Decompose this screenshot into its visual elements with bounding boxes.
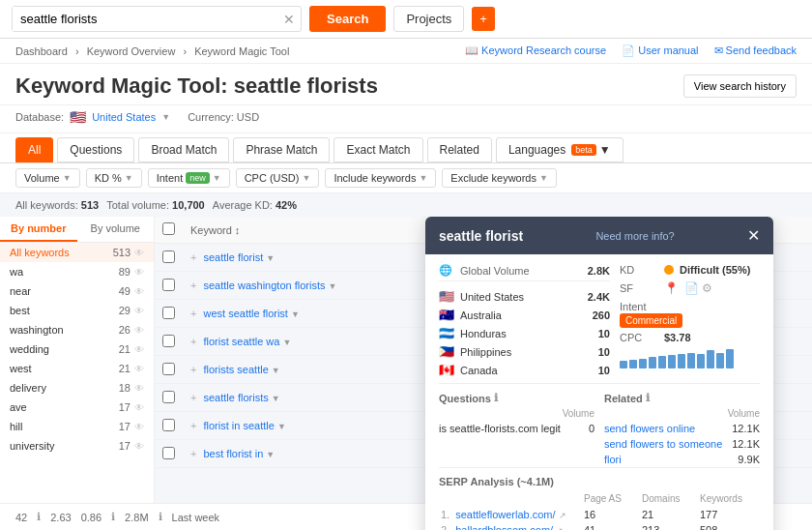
questions-info-icon[interactable]: ℹ (494, 392, 498, 404)
sidebar-item-All-keywords[interactable]: All keywords 513 👁 (0, 243, 154, 262)
sidebar-item-wedding[interactable]: wedding 21 👁 (0, 339, 154, 359)
bottom-info-1[interactable]: ℹ (37, 511, 41, 523)
exclude-keywords-filter[interactable]: Exclude keywords ▼ (442, 168, 557, 188)
tab-exact-match[interactable]: Exact Match (334, 137, 422, 162)
include-keywords-filter[interactable]: Include keywords ▼ (325, 168, 436, 188)
related-info-icon[interactable]: ℹ (646, 392, 650, 404)
sidebar-item-count: 89 (119, 266, 130, 278)
tab-languages[interactable]: Languages beta ▼ (496, 137, 624, 162)
bottom-info-2[interactable]: ℹ (111, 511, 115, 523)
search-input[interactable] (13, 7, 277, 31)
popup-need-more-info[interactable]: Need more info? (595, 230, 674, 242)
sidebar-items-container: All keywords 513 👁 wa 89 👁 near 49 👁 bes… (0, 243, 154, 456)
tab-questions[interactable]: Questions (57, 137, 134, 162)
user-manual-link[interactable]: 📄 User manual (622, 44, 698, 57)
row-checkbox[interactable] (162, 447, 175, 459)
keyword-chevron[interactable]: ▼ (277, 422, 286, 431)
add-keyword-icon[interactable]: + (190, 280, 196, 291)
chevron-down-icon[interactable]: ▼ (161, 112, 170, 122)
add-keyword-icon[interactable]: + (190, 251, 196, 263)
sidebar-item-near[interactable]: near 49 👁 (0, 281, 154, 301)
sidebar-tab-by-number[interactable]: By number (0, 217, 77, 242)
bottom-info-3[interactable]: ℹ (159, 511, 162, 523)
keyword-chevron[interactable]: ▼ (272, 366, 280, 375)
kd-filter[interactable]: KD % ▼ (86, 168, 142, 188)
add-keyword-icon[interactable]: + (190, 364, 196, 375)
select-all-checkbox[interactable] (162, 222, 175, 235)
volume-filter[interactable]: Volume ▼ (15, 168, 80, 188)
row-checkbox[interactable] (162, 335, 175, 347)
questions-volume-header: Volume (563, 408, 594, 419)
keyword-chevron[interactable]: ▼ (329, 281, 337, 291)
keyword-research-course-link[interactable]: 📖 Keyword Research course (465, 44, 606, 57)
bottom-kd-value: 42 (15, 512, 27, 523)
us-flag: 🇺🇸 (70, 109, 86, 125)
breadcrumb-keyword-overview[interactable]: Keyword Overview (87, 45, 176, 57)
add-keyword-icon[interactable]: + (190, 336, 196, 347)
sidebar-item-hill[interactable]: hill 17 👁 (0, 417, 154, 436)
row-checkbox-cell (155, 300, 183, 328)
serp-url-link[interactable]: seattleflowerlab.com/ (455, 509, 555, 520)
add-keyword-icon[interactable]: + (190, 308, 196, 319)
sidebar-tab-by-volume[interactable]: By volume (77, 217, 155, 242)
search-button[interactable]: Search (309, 6, 386, 32)
tab-phrase-match[interactable]: Phrase Match (233, 137, 330, 162)
tabs-bar: All Questions Broad Match Phrase Match E… (0, 133, 812, 163)
row-checkbox-cell (155, 244, 183, 272)
breadcrumb-dashboard[interactable]: Dashboard (15, 45, 68, 57)
sidebar-item-delivery[interactable]: delivery 18 👁 (0, 378, 154, 398)
send-feedback-link[interactable]: ✉ Send feedback (714, 44, 797, 57)
related-link[interactable]: send flowers online (604, 423, 695, 434)
keyword-link[interactable]: best florist in (204, 448, 264, 459)
sidebar-item-university[interactable]: university 17 👁 (0, 436, 154, 456)
plus-button[interactable]: + (472, 7, 495, 31)
keyword-link[interactable]: seattle florist (204, 251, 264, 263)
sidebar-item-best[interactable]: best 29 👁 (0, 301, 154, 320)
sidebar-item-washington[interactable]: washington 26 👁 (0, 320, 154, 339)
view-history-button[interactable]: View search history (683, 74, 797, 98)
related-link[interactable]: flori (604, 454, 622, 465)
projects-button[interactable]: Projects (393, 6, 464, 32)
row-checkbox[interactable] (162, 307, 175, 319)
sidebar-item-west[interactable]: west 21 👁 (0, 359, 154, 378)
database-select[interactable]: United States (92, 111, 156, 123)
popup-close-button[interactable]: ✕ (747, 226, 760, 245)
serp-url-link[interactable]: ballardblossom.com/ (455, 524, 553, 530)
page-title-keyword: seattle florists (234, 74, 378, 98)
sidebar-item-ave[interactable]: ave 17 👁 (0, 398, 154, 417)
keyword-chevron[interactable]: ▼ (266, 253, 275, 263)
cpc-filter[interactable]: CPC (USD) ▼ (236, 168, 320, 188)
keyword-chevron[interactable]: ▼ (266, 450, 275, 459)
add-keyword-icon[interactable]: + (190, 392, 196, 403)
keyword-chevron[interactable]: ▼ (282, 338, 291, 347)
add-keyword-icon[interactable]: + (190, 420, 196, 431)
tab-all[interactable]: All (15, 137, 53, 162)
sidebar-item-wa[interactable]: wa 89 👁 (0, 262, 154, 281)
related-title: Related ℹ (604, 392, 760, 404)
row-checkbox[interactable] (162, 279, 175, 291)
keyword-link[interactable]: seattle florists (204, 392, 269, 403)
intent-filter[interactable]: Intent new ▼ (148, 168, 230, 188)
keyword-link[interactable]: florists seattle (204, 364, 269, 375)
tab-broad-match[interactable]: Broad Match (138, 137, 229, 162)
search-clear-btn[interactable]: ✕ (277, 12, 301, 27)
row-checkbox[interactable] (162, 391, 175, 403)
related-link[interactable]: send flowers to someone (604, 438, 722, 450)
row-checkbox[interactable] (162, 419, 175, 431)
row-checkbox[interactable] (162, 363, 175, 375)
kd-label: KD (620, 264, 658, 276)
keyword-link[interactable]: west seattle florist (204, 308, 288, 319)
keyword-link[interactable]: florist in seattle (204, 420, 275, 431)
eye-icon: 👁 (134, 306, 144, 316)
add-keyword-icon[interactable]: + (190, 448, 196, 459)
trend-bar-popup (707, 350, 714, 368)
row-checkbox-cell (155, 440, 183, 468)
keyword-chevron[interactable]: ▼ (272, 394, 280, 403)
breadcrumb-bar: Dashboard › Keyword Overview › Keyword M… (0, 39, 812, 64)
row-checkbox[interactable] (162, 250, 175, 263)
keyword-link[interactable]: florist seattle wa (204, 336, 280, 347)
keyword-chevron[interactable]: ▼ (291, 309, 300, 319)
serp-rows: 1. seattleflowerlab.com/ ↗ 16 21 177 2. … (439, 507, 760, 530)
keyword-link[interactable]: seattle washington florists (204, 280, 326, 291)
tab-related[interactable]: Related (427, 137, 492, 162)
